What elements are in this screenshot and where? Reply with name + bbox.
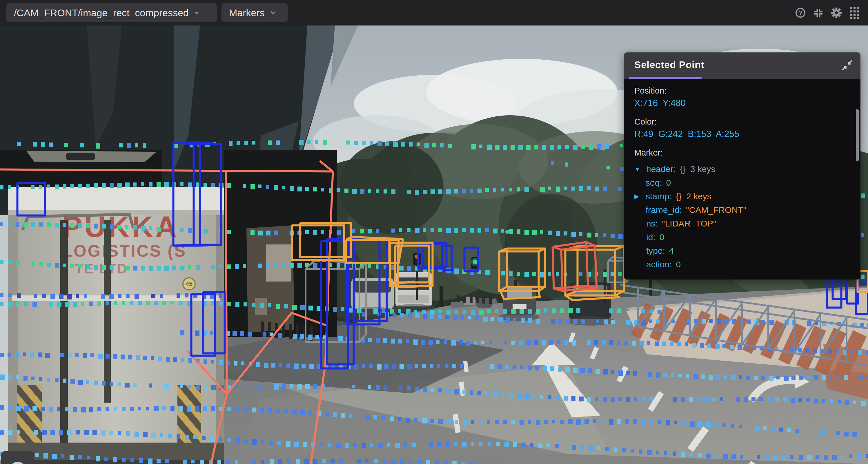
- tree-value: {}: [680, 164, 686, 174]
- marker-json-tree: ▼header:{}3 keysseq:0▶stamp:{}2 keysfram…: [634, 162, 852, 271]
- chevron-down-icon: [270, 10, 276, 15]
- position-value: X:716 Y:480: [634, 98, 852, 108]
- panel-toolbar: /CAM_FRONT/image_rect_compressed Markers…: [0, 0, 868, 26]
- tree-row: ns:"LIDAR_TOP": [634, 217, 852, 230]
- tree-key: seq:: [646, 178, 662, 188]
- truck-logistics-text: LOGISTICS (S: [62, 241, 186, 260]
- truck-ltd-text: TE LTD: [75, 261, 128, 276]
- tree-key: header:: [646, 164, 676, 174]
- tree-row: frame_id:"CAM_FRONT": [634, 203, 852, 217]
- foxglove-image-panel: /CAM_FRONT/image_rect_compressed Markers…: [0, 0, 868, 464]
- tree-row: id:0: [634, 230, 852, 244]
- tree-row: ▼header:{}3 keys: [634, 162, 852, 176]
- help-icon[interactable]: ?: [794, 6, 807, 20]
- marker-label: Marker:: [634, 148, 852, 158]
- svg-text:?: ?: [799, 9, 802, 16]
- tree-value: "CAM_FRONT": [686, 205, 746, 215]
- selected-point-body: Position: X:716 Y:480 Color: R:49 G:242 …: [624, 79, 861, 279]
- markers-dropdown-label: Markers: [229, 7, 265, 19]
- position-label: Position:: [634, 86, 852, 96]
- tree-value: 2 keys: [686, 192, 711, 201]
- tree-value: {}: [676, 192, 682, 201]
- magnifier-icon: [10, 463, 25, 464]
- color-label: Color:: [634, 117, 852, 127]
- tree-value: 0: [659, 232, 664, 242]
- tree-key: id:: [646, 232, 655, 242]
- selected-point-header: Selected Point: [624, 53, 861, 79]
- selected-point-panel: Selected Point Position: X:716 Y:480 Col…: [624, 53, 861, 279]
- panel-scrollbar[interactable]: [856, 109, 859, 161]
- tree-key: action:: [646, 260, 672, 269]
- collapse-panel-icon[interactable]: [841, 59, 854, 71]
- tree-key: frame_id:: [646, 205, 682, 215]
- caret-down-icon: [194, 11, 200, 15]
- tree-value: 4: [669, 246, 674, 256]
- tree-value: "LIDAR_TOP": [662, 219, 716, 229]
- expand-arrow-icon[interactable]: ▼: [634, 166, 646, 173]
- tree-row: type:4: [634, 244, 852, 258]
- apps-grid-icon[interactable]: [848, 6, 861, 20]
- toolbar-icon-group: ?: [794, 0, 861, 26]
- tree-key: ns:: [646, 219, 658, 229]
- tree-value: 3 keys: [690, 164, 715, 174]
- active-tab-indicator: [629, 77, 702, 79]
- topic-dropdown-label: /CAM_FRONT/image_rect_compressed: [14, 7, 189, 19]
- tree-row: ▶stamp:{}2 keys: [634, 190, 852, 203]
- color-value: R:49 G:242 B:153 A:255: [634, 129, 852, 139]
- topic-dropdown-button[interactable]: /CAM_FRONT/image_rect_compressed: [6, 3, 217, 22]
- tree-value: 0: [666, 178, 671, 188]
- tree-key: type:: [646, 246, 665, 256]
- tree-row: action:0: [634, 258, 852, 271]
- markers-dropdown-button[interactable]: Markers: [221, 3, 288, 22]
- settings-gear-icon[interactable]: [830, 6, 843, 20]
- tree-key: stamp:: [646, 192, 672, 201]
- expand-arrow-icon[interactable]: ▶: [634, 193, 646, 200]
- magnify-button[interactable]: [1, 451, 34, 464]
- tree-value: 0: [676, 260, 681, 269]
- fit-view-icon[interactable]: [812, 6, 825, 20]
- truck-badge-text: 45: [186, 280, 192, 288]
- tree-row: seq:0: [634, 176, 852, 190]
- panel-title: Selected Point: [634, 53, 704, 77]
